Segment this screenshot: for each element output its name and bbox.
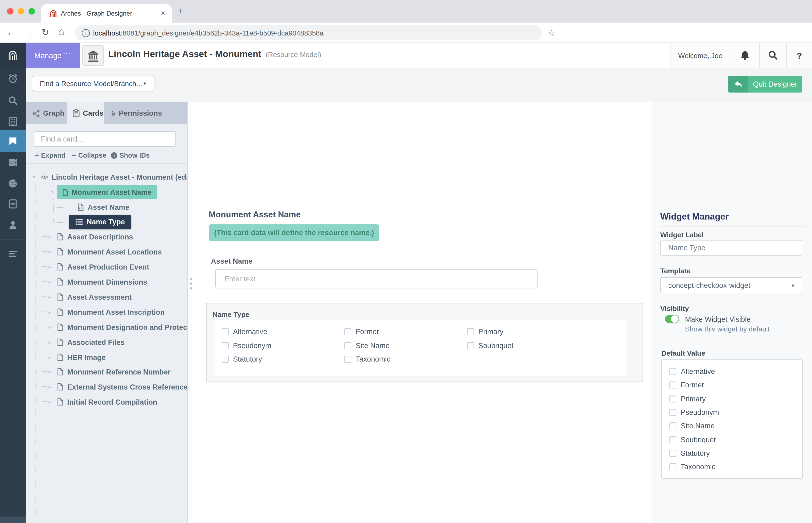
site-info-icon[interactable]: i [82, 29, 90, 37]
checkbox[interactable] [669, 368, 676, 375]
default-option[interactable]: Statutory [669, 447, 719, 460]
default-option[interactable]: Taxonomic [669, 460, 719, 474]
tree-open-arrow-icon[interactable]: ▾ [30, 174, 38, 181]
window-close-button[interactable] [7, 8, 14, 15]
tab-graph[interactable]: Graph [26, 102, 67, 124]
tree-collapsed-arrow-icon[interactable]: ▸ [46, 339, 54, 346]
checkbox[interactable] [669, 436, 676, 443]
tree-collapsed-arrow-icon[interactable]: ▸ [46, 264, 54, 270]
checkbox-option[interactable]: Pseudonym [222, 339, 344, 353]
default-option[interactable]: Former [669, 379, 719, 392]
tree-card-row[interactable]: ▸ Asset Assessment [26, 289, 187, 305]
default-option[interactable]: Pseudonym [669, 406, 719, 419]
quit-designer-button[interactable]: Quit Designer [728, 76, 802, 93]
widget-label-input[interactable] [660, 240, 802, 256]
window-minimize-button[interactable] [18, 8, 24, 15]
checkbox[interactable] [669, 463, 676, 470]
expand-all-button[interactable]: +Expand [35, 152, 66, 159]
sidebar-item-resources[interactable] [0, 157, 26, 168]
sidebar-item-cards[interactable] [0, 199, 26, 209]
checkbox[interactable] [467, 342, 474, 349]
checkbox[interactable] [222, 328, 229, 336]
home-icon[interactable]: ⌂ [58, 26, 64, 37]
checkbox-option[interactable]: Site Name [344, 339, 467, 353]
arches-logo[interactable] [0, 43, 26, 68]
search-button[interactable] [759, 43, 786, 68]
sidebar-item-map-layers[interactable] [0, 178, 26, 189]
default-option[interactable]: Site Name [669, 419, 719, 433]
checkbox-option[interactable]: Primary [467, 325, 590, 339]
manage-button[interactable]: Manage··· [26, 43, 80, 68]
checkbox[interactable] [344, 356, 351, 363]
tree-card-row[interactable]: ▸ Monument Asset Locations [26, 244, 187, 259]
template-select[interactable]: concept-checkbox-widget ▼ [660, 277, 802, 293]
asset-name-input[interactable] [215, 269, 538, 288]
default-option[interactable]: Primary [669, 392, 719, 406]
tree-selected-node[interactable]: Name Type [69, 215, 131, 229]
tree-selected-card[interactable]: Monument Asset Name [57, 185, 157, 199]
checkbox[interactable] [669, 395, 676, 402]
tree-card-row[interactable]: ▸ External Systems Cross Reference [26, 379, 187, 394]
tree-card-row[interactable]: ▸ Associated Files [26, 335, 187, 350]
checkbox-option[interactable]: Statutory [222, 353, 344, 366]
checkbox-option[interactable]: Taxonomic [344, 353, 467, 366]
tree-card-row[interactable]: ▸ Monument Reference Number [26, 364, 187, 379]
new-tab-button[interactable]: + [178, 6, 183, 17]
tree-collapsed-arrow-icon[interactable]: ▸ [46, 383, 54, 390]
checkbox[interactable] [344, 328, 351, 336]
sidebar-item-menu[interactable] [0, 250, 26, 258]
tab-cards[interactable]: Cards [67, 102, 104, 124]
tab-permissions[interactable]: Permissions [104, 102, 162, 124]
tree-card-row[interactable]: ▸ Initial Record Compilation [26, 394, 187, 410]
bookmark-star-icon[interactable]: ☆ [548, 27, 556, 38]
visibility-hint[interactable]: Show this widget by default [685, 325, 770, 333]
tree-collapsed-arrow-icon[interactable]: ▸ [46, 248, 54, 255]
tree-collapsed-arrow-icon[interactable]: ▸ [46, 354, 54, 361]
back-icon[interactable]: ← [6, 27, 16, 38]
tree-card-row[interactable]: ▸ Asset Production Event [26, 259, 187, 274]
checkbox-option[interactable]: Former [344, 325, 467, 339]
tree-root-node[interactable]: ▾ </> Lincoln Heritage Asset - Monument … [26, 169, 187, 184]
panel-resize-handle[interactable] [187, 102, 194, 523]
tree-collapsed-arrow-icon[interactable]: ▸ [46, 233, 54, 240]
tree-collapsed-arrow-icon[interactable]: ▸ [46, 278, 54, 286]
checkbox[interactable] [344, 342, 351, 349]
tree-collapsed-arrow-icon[interactable]: ▸ [46, 324, 54, 331]
find-model-dropdown[interactable]: Find a Resource Model/Branch... ▼ [32, 76, 155, 91]
checkbox[interactable] [669, 382, 676, 389]
sidebar-item-profile[interactable] [0, 219, 26, 230]
checkbox[interactable] [222, 356, 229, 363]
sidebar-item-graph-designer[interactable] [0, 130, 26, 152]
checkbox-option[interactable]: Soubriquet [467, 339, 590, 353]
reload-icon[interactable]: ↻ [41, 27, 49, 38]
user-menu[interactable]: Welcome, Joe [670, 43, 730, 68]
find-card-input[interactable] [34, 131, 176, 147]
tree-collapsed-arrow-icon[interactable]: ▸ [46, 368, 54, 375]
tree-card-row[interactable]: ▸ Monument Designation and Protectio [26, 320, 187, 335]
tree-collapsed-arrow-icon[interactable]: ▸ [46, 309, 54, 315]
checkbox[interactable] [222, 342, 229, 349]
tree-collapsed-arrow-icon[interactable]: ▸ [46, 398, 54, 405]
default-option[interactable]: Soubriquet [669, 433, 719, 447]
collapse-all-button[interactable]: −Collapse [72, 152, 106, 159]
tree-card-row[interactable]: ▸ Monument Asset Inscription [26, 305, 187, 320]
tree-node-asset-name[interactable]: Asset Name [26, 200, 187, 215]
tab-close-icon[interactable]: × [161, 8, 165, 17]
sidebar-item-provisional[interactable] [0, 116, 26, 127]
window-zoom-button[interactable] [29, 8, 35, 15]
checkbox[interactable] [467, 328, 474, 336]
tree-collapsed-arrow-icon[interactable]: ▸ [46, 293, 54, 301]
checkbox-option[interactable]: Alternative [222, 325, 344, 339]
address-bar[interactable]: i localhost:8081/graph_designer/e4b3562b… [75, 25, 542, 40]
sidebar-item-search[interactable] [0, 95, 26, 106]
visibility-toggle[interactable] [665, 315, 679, 323]
checkbox[interactable] [669, 450, 676, 457]
sidebar-item-recent[interactable] [0, 73, 26, 84]
tree-card-row[interactable]: ▸ HER Image [26, 350, 187, 365]
tree-open-arrow-icon[interactable]: ▾ [49, 188, 56, 195]
checkbox[interactable] [669, 423, 676, 430]
forward-icon[interactable]: → [24, 27, 33, 38]
browser-tab[interactable]: Arches - Graph Designer × [41, 4, 172, 23]
notifications-button[interactable] [730, 43, 759, 68]
default-option[interactable]: Alternative [669, 365, 719, 379]
